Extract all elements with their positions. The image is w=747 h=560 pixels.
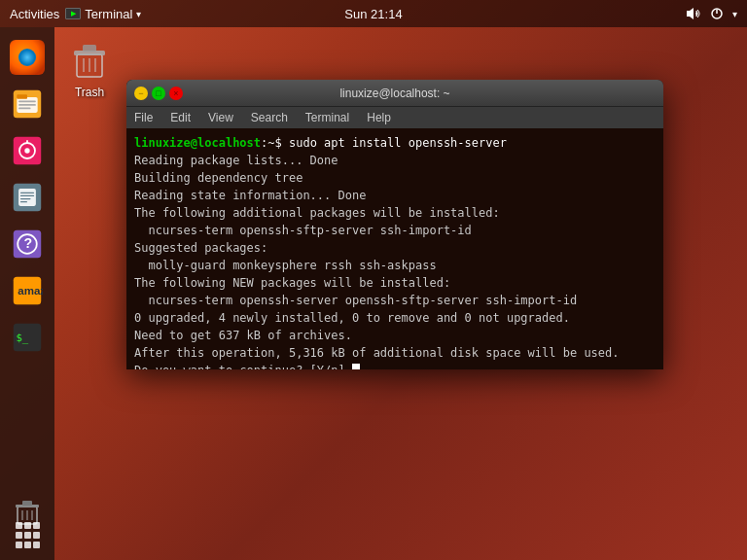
terminal-line-0: linuxize@localhost:~$ sudo apt install o… xyxy=(134,134,656,152)
top-bar-right: ▾ xyxy=(686,6,737,21)
svg-rect-33 xyxy=(83,45,96,52)
menu-file[interactable]: File xyxy=(132,111,155,124)
terminal-app-indicator[interactable]: ▶ Terminal ▾ xyxy=(65,7,141,21)
sidebar-item-help[interactable]: ? xyxy=(7,224,48,264)
svg-rect-15 xyxy=(20,195,34,196)
terminal-line-5: ncurses-term openssh-sftp-server ssh-imp… xyxy=(134,222,656,239)
terminal-line-13: Do you want to continue? [Y/n] xyxy=(134,362,656,369)
sidebar-item-firefox[interactable] xyxy=(7,37,48,78)
text-editor-icon xyxy=(12,182,43,213)
terminal-line-3: Reading state information... Done xyxy=(134,187,656,204)
sidebar: ? amazon $_ xyxy=(0,27,54,560)
files-icon xyxy=(12,88,43,120)
maximize-button[interactable]: □ xyxy=(152,87,165,100)
svg-text:amazon: amazon xyxy=(18,285,43,297)
terminal-cursor xyxy=(352,364,360,369)
terminal-line-11: Need to get 637 kB of archives. xyxy=(134,327,656,344)
amazon-icon: amazon xyxy=(12,275,43,306)
menu-search[interactable]: Search xyxy=(249,111,290,124)
terminal-taskbar-icon: ▶ xyxy=(65,8,81,19)
svg-point-10 xyxy=(24,148,29,153)
sidebar-item-files[interactable] xyxy=(7,84,48,124)
music-icon xyxy=(12,135,43,166)
close-button[interactable]: × xyxy=(169,87,183,100)
terminal-dropdown-icon[interactable]: ▾ xyxy=(136,9,141,19)
top-bar-clock: Sun 21:14 xyxy=(344,7,402,21)
terminal-line-9: ncurses-term openssh-server openssh-sftp… xyxy=(134,292,656,309)
clock-time: Sun 21:14 xyxy=(344,7,402,21)
svg-rect-14 xyxy=(20,192,34,193)
sidebar-item-rhythmbox[interactable] xyxy=(7,130,48,171)
top-bar-left: Activities ▶ Terminal ▾ xyxy=(10,7,141,21)
terminal-line-2: Building dependency tree xyxy=(134,169,656,187)
terminal-app-label: Terminal xyxy=(85,7,132,21)
terminal-body[interactable]: linuxize@localhost:~$ sudo apt install o… xyxy=(126,128,663,369)
prompt-user: linuxize@localhost xyxy=(134,136,261,150)
show-apps-button[interactable] xyxy=(10,517,45,552)
svg-rect-4 xyxy=(17,94,27,98)
svg-rect-27 xyxy=(22,501,32,506)
svg-text:?: ? xyxy=(23,235,32,251)
sidebar-item-amazon[interactable]: amazon xyxy=(7,270,48,311)
menu-help[interactable]: Help xyxy=(365,111,393,124)
terminal-line-7: molly-guard monkeysphere rssh ssh-askpas… xyxy=(134,257,656,274)
help-icon: ? xyxy=(12,228,43,260)
desktop-trash-label: Trash xyxy=(75,86,104,99)
terminal-window-controls: − □ × xyxy=(134,87,183,100)
terminal-sidebar-icon: $_ xyxy=(12,322,43,353)
terminal-line-6: Suggested packages: xyxy=(134,239,656,257)
command-text: sudo apt install openssh-server xyxy=(289,136,507,150)
terminal-menubar: File Edit View Search Terminal Help xyxy=(126,107,663,128)
svg-text:$_: $_ xyxy=(16,332,28,344)
menu-view[interactable]: View xyxy=(206,111,235,124)
svg-rect-16 xyxy=(20,198,31,199)
svg-rect-17 xyxy=(20,201,27,202)
power-icon[interactable] xyxy=(709,6,725,21)
system-tray: ▾ xyxy=(686,6,737,21)
desktop-trash-icon xyxy=(66,37,113,84)
menu-edit[interactable]: Edit xyxy=(168,111,193,124)
terminal-line-8: The following NEW packages will be insta… xyxy=(134,274,656,292)
activities-button[interactable]: Activities xyxy=(10,7,59,21)
terminal-title: linuxize@localhost: ~ xyxy=(339,87,449,100)
sidebar-item-texteditor[interactable] xyxy=(7,177,48,218)
terminal-line-10: 0 upgraded, 4 newly installed, 0 to remo… xyxy=(134,309,656,327)
terminal-line-1: Reading package lists... Done xyxy=(134,152,656,169)
sidebar-item-terminal[interactable]: $_ xyxy=(7,317,48,358)
terminal-titlebar: − □ × linuxize@localhost: ~ xyxy=(126,80,663,107)
top-bar: Activities ▶ Terminal ▾ Sun 21:14 ▾ xyxy=(0,0,747,27)
svg-rect-6 xyxy=(18,104,36,106)
svg-rect-5 xyxy=(18,100,36,102)
svg-rect-13 xyxy=(18,189,36,206)
terminal-line-4: The following additional packages will b… xyxy=(134,204,656,222)
power-dropdown-icon[interactable]: ▾ xyxy=(732,9,737,19)
menu-terminal[interactable]: Terminal xyxy=(303,111,351,124)
terminal-window: − □ × linuxize@localhost: ~ File Edit Vi… xyxy=(126,80,663,369)
volume-icon[interactable] xyxy=(686,6,701,21)
minimize-button[interactable]: − xyxy=(134,87,148,100)
desktop-trash[interactable]: Trash xyxy=(66,37,113,99)
terminal-line-12: After this operation, 5,316 kB of additi… xyxy=(134,344,656,362)
svg-rect-7 xyxy=(18,108,30,110)
firefox-icon xyxy=(10,40,45,75)
